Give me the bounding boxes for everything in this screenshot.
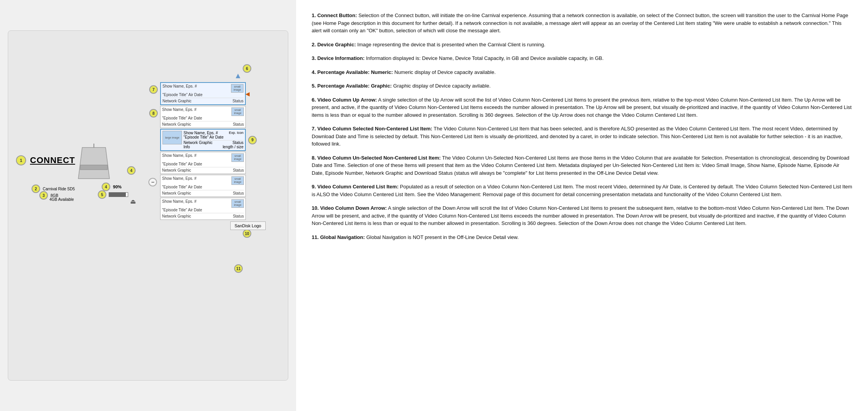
list-item-7-wrapper: 7 Show Name, Eps. # small image "Episode… <box>160 82 246 105</box>
minus-button[interactable]: − <box>148 178 157 186</box>
annotation-title-4: Percentage Available: Numeric: <box>317 69 393 75</box>
badge-9: 9 <box>248 136 257 144</box>
annotation-number-4: 4. <box>312 69 317 75</box>
annotation-item-5: 5. Percentage Available: Graphic: Graphi… <box>312 82 852 90</box>
annotation-title-3: Device Information: <box>317 55 364 61</box>
list-item-a-row2: "Episode Title" Air Date <box>162 162 244 166</box>
device-container: 1 CONNECT 2 Carnival Ride SD5 3 8GB 4GB … <box>8 30 288 381</box>
centered-item-9-wrapper: large image Show Name, Eps. # Exp. Icon … <box>160 129 246 151</box>
list-item-8[interactable]: Show Name, Eps. # small image "Episode T… <box>160 106 246 128</box>
row1-9: Show Name, Eps. # Exp. Icon <box>183 131 243 135</box>
length-size-9: length / size <box>223 145 243 149</box>
list-item-b-row1: Show Name, Eps. # small image <box>162 176 244 185</box>
sandisk-logo: SanDisk Logo <box>230 221 266 230</box>
row3-9: Network Graphic Status <box>183 140 243 145</box>
list-item-a-row3: Network Graphic Status <box>162 167 244 172</box>
badge-2: 2 <box>32 184 40 193</box>
info-9: Info <box>183 145 190 149</box>
network-b: Network Graphic <box>162 191 191 195</box>
network-c: Network Graphic <box>162 214 191 218</box>
annotation-text-10: A single selection of the Down Arrow wil… <box>312 205 849 226</box>
show-name-b: Show Name, Eps. # <box>162 176 196 185</box>
small-image-8: small image <box>231 107 244 116</box>
device-gb: 8GB <box>51 193 58 198</box>
video-column: ▲ 6 7 Show Name, Eps. # small image "Epi… <box>160 70 246 232</box>
annotation-number-11: 11. <box>312 234 320 240</box>
centered-item-9[interactable]: large image Show Name, Eps. # Exp. Icon … <box>160 129 246 151</box>
annotation-item-9: 9. Video Column Centered List Item: Popu… <box>312 183 852 198</box>
small-image-a: small image <box>231 153 244 162</box>
annotation-number-10: 10. <box>312 205 320 211</box>
annotation-title-7: Video Column Selected Non-Centered List … <box>317 126 432 132</box>
annotation-text-2: Image representing the device that is pr… <box>357 42 545 47</box>
row4-9: Info length / size <box>183 145 243 149</box>
connect-button[interactable]: CONNECT <box>30 155 75 165</box>
annotation-title-5: Percentage Available: Graphic: <box>317 83 392 89</box>
list-item-8-row2: "Episode Title" Air Date <box>162 116 244 120</box>
pct-value: 90% <box>113 184 122 189</box>
network-9: Network Graphic <box>183 141 212 145</box>
svg-marker-0 <box>78 148 109 179</box>
badge-11: 11 <box>234 264 243 273</box>
list-item-c-row3: Network Graphic Status <box>162 213 244 218</box>
list-item-b[interactable]: Show Name, Eps. # small image "Episode T… <box>160 175 246 197</box>
badge-4-connector: 4 <box>127 166 136 175</box>
annotation-text-5: Graphic display of Device capacity avila… <box>393 83 490 89</box>
exp-icon-9: Exp. Icon <box>229 131 243 135</box>
show-name-8: Show Name, Eps. # <box>162 107 196 116</box>
show-name-a: Show Name, Eps. # <box>162 153 196 162</box>
annotation-item-2: 2. Device Graphic: Image representing th… <box>312 41 852 49</box>
network-a: Network Graphic <box>162 168 191 172</box>
device-name: Carnival Ride SD5 <box>43 187 75 191</box>
right-panel: 1. Connect Button: Selection of the Conn… <box>296 0 868 411</box>
annotation-number-2: 2. <box>312 42 317 47</box>
connect-area: 1 CONNECT <box>16 155 75 165</box>
svg-rect-2 <box>80 165 108 170</box>
list-item-a[interactable]: Show Name, Eps. # small image "Episode T… <box>160 152 246 174</box>
annotation-number-9: 9. <box>312 184 317 190</box>
annotation-title-9: Video Column Centered List Item: <box>317 184 399 190</box>
annotation-number-5: 5. <box>312 83 317 89</box>
badge-7: 7 <box>149 85 158 94</box>
status-c: Status <box>233 214 244 218</box>
up-arrow-area: ▲ 6 <box>160 70 246 81</box>
list-item-7[interactable]: Show Name, Eps. # small image "Episode T… <box>160 82 246 105</box>
episode-8: "Episode Title" Air Date <box>162 116 202 120</box>
episode-c: "Episode Title" Air Date <box>162 208 202 212</box>
annotation-number-8: 8. <box>312 155 317 161</box>
list-item-7-row1: Show Name, Eps. # small image <box>162 84 243 93</box>
list-item-c[interactable]: Show Name, Eps. # small image "Episode T… <box>160 198 246 220</box>
badge-10: 10 <box>243 229 251 238</box>
badge-8: 8 <box>149 109 158 118</box>
pct-bar <box>109 192 128 197</box>
annotation-title-2: Device Graphic: <box>317 42 356 47</box>
list-item-b-row2: "Episode Title" Air Date <box>162 185 244 189</box>
annotations-container: 1. Connect Button: Selection of the Conn… <box>312 12 852 241</box>
network-8: Network Graphic <box>162 122 191 126</box>
list-item-c-row1: Show Name, Eps. # small image <box>162 199 244 208</box>
eject-icon[interactable]: ⏏ <box>129 197 137 205</box>
annotation-item-1: 1. Connect Button: Selection of the Conn… <box>312 12 852 35</box>
annotation-title-6: Video Column Up Arrow: <box>317 97 377 103</box>
annotation-number-3: 3. <box>312 55 317 61</box>
show-name-7: Show Name, Eps. # <box>162 84 197 93</box>
status-8: Status <box>233 122 244 126</box>
annotation-item-4: 4. Percentage Available: Numeric: Numeri… <box>312 68 852 76</box>
list-item-b-row3: Network Graphic Status <box>162 190 244 195</box>
annotation-text-6: A single selection of the Up Arrow will … <box>312 97 852 118</box>
annotation-title-10: Video Column Down Arrow: <box>320 205 387 211</box>
annotation-item-6: 6. Video Column Up Arrow: A single selec… <box>312 96 852 119</box>
list-item-7-row3: Network Graphic Status <box>162 98 243 103</box>
status-b: Status <box>233 191 244 195</box>
annotation-item-3: 3. Device Information: Information displ… <box>312 54 852 62</box>
annotation-number-6: 6. <box>312 97 317 103</box>
list-item-c-row2: "Episode Title" Air Date <box>162 208 244 212</box>
pct-bar-fill <box>109 193 126 197</box>
caret-7: ◀ <box>245 91 250 97</box>
annotation-text-1: Selection of the Connect button, will in… <box>312 12 848 33</box>
annotation-text-3: Information displayed is: Device Name, D… <box>366 55 603 61</box>
left-panel: 1 CONNECT 2 Carnival Ride SD5 3 8GB 4GB … <box>0 0 296 411</box>
list-item-7-row2: "Episode Title" Air Date ◀ <box>162 93 243 97</box>
annotation-title-11: Global Navigation: <box>320 234 365 240</box>
episode-9: "Episode Title" Air Date <box>183 135 224 139</box>
